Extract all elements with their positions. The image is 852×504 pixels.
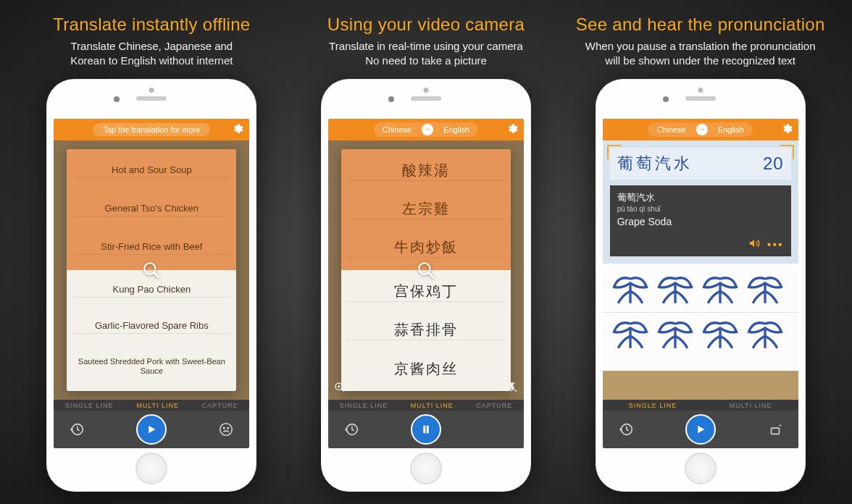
app-topbar: Chinese English: [603, 119, 798, 140]
lang-to: English: [443, 125, 469, 134]
magnifier-icon[interactable]: [417, 261, 435, 280]
tab-capture[interactable]: CAPTURE: [202, 402, 238, 409]
feedback-button[interactable]: [216, 419, 236, 440]
pause-button[interactable]: [411, 414, 441, 445]
background-pattern: [603, 264, 798, 371]
app-topbar: Chinese English: [328, 119, 524, 140]
tab-single-line[interactable]: SINGLE LINE: [340, 402, 388, 409]
lock-orientation-button[interactable]: [765, 419, 785, 440]
history-button[interactable]: [67, 419, 87, 440]
camera-viewport: 酸辣湯 左宗雞 牛肉炒飯 宫保鸡丁 蒜香排骨 京酱肉丝: [328, 140, 524, 400]
menu-item: 酸辣湯: [347, 161, 505, 181]
app-screen-2: Chinese English 酸辣湯 左宗雞 牛肉炒飯: [328, 119, 524, 448]
result-cjk: 葡萄汽水: [617, 191, 784, 204]
settings-button[interactable]: [781, 123, 793, 136]
tab-single-line[interactable]: SINGLE LINE: [629, 402, 677, 409]
app-screen-1: Tap the translation for more Hot and Sou…: [54, 119, 249, 448]
magnifier-icon[interactable]: [142, 261, 161, 280]
home-button[interactable]: [685, 453, 717, 484]
svg-rect-14: [423, 425, 425, 433]
phone-mock-3: Chinese English 葡萄汽水 20: [596, 79, 806, 492]
recognized-cjk: 葡萄汽水: [617, 153, 693, 175]
topbar-hint[interactable]: Tap the translation for more: [93, 123, 210, 136]
bottom-controls: [54, 411, 249, 448]
app-topbar: Tap the translation for more: [54, 119, 249, 140]
bottom-controls: [603, 411, 798, 448]
result-pinyin: pú táo qì shuǐ: [617, 205, 784, 213]
menu-item: Sauteed Shredded Pork with Sweet-Bean Sa…: [72, 356, 230, 377]
app-screen-3: Chinese English 葡萄汽水 20: [603, 119, 798, 448]
phone-earpiece: [411, 96, 441, 101]
menu-item: Hot and Sour Soup: [72, 164, 230, 178]
phone-sensor: [149, 88, 154, 93]
flash-off-icon[interactable]: [506, 382, 518, 395]
svg-point-5: [227, 427, 228, 428]
settings-button[interactable]: [232, 123, 243, 136]
phone-earpiece: [136, 96, 167, 101]
translation-result-box[interactable]: 葡萄汽水 pú táo qì shuǐ Grape Soda •••: [610, 185, 791, 256]
subheading-1: Translate Chinese, Japanese and Korean t…: [70, 39, 233, 69]
subheading-3: When you pause a translation the pronunc…: [585, 39, 816, 69]
menu-item: 宫保鸡丁: [347, 282, 505, 302]
play-button[interactable]: [136, 414, 167, 445]
phone-sensor: [424, 88, 429, 93]
recognized-text-strip: 葡萄汽水 20: [610, 148, 791, 180]
tab-multi-line[interactable]: MULTI LINE: [136, 402, 179, 409]
speak-icon[interactable]: [748, 238, 760, 252]
heading-2: Using your video camera: [327, 14, 525, 35]
menu-item: Kung Pao Chicken: [72, 283, 230, 298]
play-button[interactable]: [685, 414, 716, 445]
tab-capture[interactable]: CAPTURE: [476, 402, 512, 409]
heading-1: Translate instantly offline: [53, 14, 250, 35]
tab-multi-line[interactable]: MULTI LINE: [411, 402, 454, 409]
history-button[interactable]: [616, 419, 636, 440]
menu-item: Garlic-Flavored Spare Ribs: [72, 319, 230, 334]
language-selector[interactable]: Chinese English: [374, 122, 478, 137]
menu-item: General Tso's Chicken: [72, 202, 230, 217]
svg-line-1: [154, 272, 159, 277]
tab-multi-line[interactable]: MULTI LINE: [730, 402, 772, 409]
mode-tabs: SINGLE LINE MULTI LINE CAPTURE: [54, 400, 249, 411]
subheading-2: Translate in real-time using your camera…: [329, 39, 523, 69]
mode-tabs: SINGLE LINE MULTI LINE CAPTURE: [328, 400, 524, 411]
svg-rect-15: [427, 425, 429, 433]
translated-menu[interactable]: Hot and Sour Soup General Tso's Chicken …: [67, 149, 236, 391]
phone-mock-2: Chinese English 酸辣湯 左宗雞 牛肉炒飯: [321, 79, 531, 492]
menu-item: 京酱肉丝: [347, 359, 505, 379]
swap-languages-icon[interactable]: [696, 124, 708, 135]
history-button[interactable]: [341, 419, 362, 440]
floor: [603, 371, 798, 400]
mode-tabs: SINGLE LINE MULTI LINE: [603, 400, 798, 411]
promo-column-2: Using your video camera Translate in rea…: [296, 14, 556, 492]
zoom-in-icon[interactable]: [334, 382, 346, 395]
menu-item: 蒜香排骨: [347, 320, 505, 340]
source-menu[interactable]: 酸辣湯 左宗雞 牛肉炒飯 宫保鸡丁 蒜香排骨 京酱肉丝: [341, 149, 511, 391]
home-button[interactable]: [410, 453, 442, 484]
svg-line-7: [428, 272, 433, 277]
phone-front-camera: [388, 96, 394, 102]
result-english: Grape Soda: [617, 216, 784, 227]
more-icon[interactable]: •••: [767, 238, 784, 251]
camera-viewport: 葡萄汽水 20 葡萄汽水 pú táo qì shuǐ Grape Soda •…: [603, 140, 798, 400]
svg-point-3: [220, 423, 233, 435]
phone-front-camera: [114, 96, 120, 102]
phone-sensor: [698, 88, 703, 93]
lang-from: Chinese: [383, 125, 412, 134]
bottom-controls: [328, 411, 524, 448]
language-selector[interactable]: Chinese English: [648, 122, 752, 137]
menu-item: 左宗雞: [347, 199, 505, 219]
promo-column-3: See and hear the pronunciation When you …: [570, 14, 830, 492]
settings-button[interactable]: [506, 123, 518, 136]
svg-line-9: [341, 389, 343, 391]
camera-viewport: Hot and Sour Soup General Tso's Chicken …: [54, 140, 249, 400]
phone-earpiece: [685, 96, 716, 101]
home-button[interactable]: [135, 453, 167, 484]
heading-3: See and hear the pronunciation: [576, 14, 825, 35]
menu-item: Stir-Fried Rice with Beef: [72, 240, 230, 255]
menu-item: 牛肉炒飯: [347, 238, 505, 258]
swap-languages-icon[interactable]: [422, 124, 433, 135]
tab-single-line[interactable]: SINGLE LINE: [65, 402, 114, 409]
recognized-price: 20: [763, 154, 784, 174]
lang-to: English: [718, 125, 744, 134]
svg-rect-17: [771, 428, 779, 434]
